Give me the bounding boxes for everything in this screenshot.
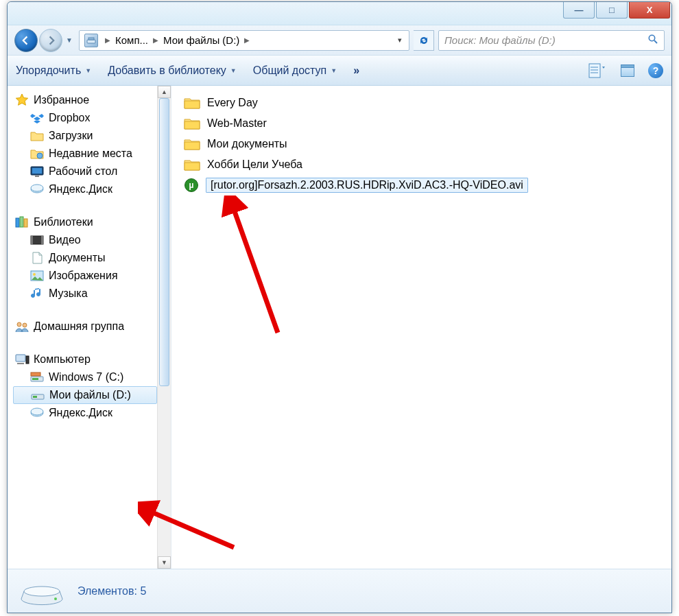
search-icon[interactable] (647, 34, 658, 47)
share-label: Общий доступ (253, 64, 327, 77)
crumb-root-icon[interactable] (81, 31, 104, 50)
list-item[interactable]: Хобби Цели Учеба (184, 154, 659, 175)
crumb-sep[interactable]: ▶ (243, 36, 251, 44)
crumb-sep[interactable]: ▶ (152, 36, 160, 44)
breadcrumb-bar[interactable]: ▶ Комп... ▶ Мои файлы (D:) ▶ ▾ (79, 30, 409, 51)
titlebar: — □ X (8, 2, 671, 25)
svg-rect-16 (24, 219, 27, 227)
sidebar-item-label: Загрузки (49, 130, 93, 142)
computer-header[interactable]: Компьютер (13, 351, 157, 368)
minimize-button[interactable]: — (563, 2, 595, 19)
sidebar-item-label: Мои файлы (D:) (49, 389, 131, 401)
preview-pane-button[interactable] (618, 62, 637, 79)
video-icon (29, 233, 45, 247)
file-name: [rutor.org]Forsazh.2.2003.RUS.HDRip.XviD… (206, 178, 528, 193)
utorrent-icon: µ (184, 178, 199, 192)
folder-icon (184, 97, 200, 109)
list-item[interactable]: Every Day (184, 93, 659, 113)
share-menu[interactable]: Общий доступ ▼ (253, 64, 337, 77)
chevron-down-icon: ▼ (85, 67, 91, 74)
svg-rect-31 (33, 396, 37, 398)
sidebar-item-desktop[interactable]: Рабочий стол (13, 163, 157, 180)
star-icon (14, 93, 29, 107)
svg-rect-24 (16, 355, 25, 362)
refresh-icon (418, 35, 429, 46)
sidebar-item-dropbox[interactable]: Dropbox (13, 109, 157, 127)
sidebar-item-drive-c[interactable]: Windows 7 (C:) (13, 368, 157, 386)
sidebar-item-yandex-disk[interactable]: Яндекс.Диск (13, 180, 157, 198)
desktop-icon (29, 165, 45, 178)
file-name: Мои документы (207, 138, 287, 150)
breadcrumb-history-dropdown[interactable]: ▾ (392, 36, 407, 45)
drive-c-icon (29, 370, 45, 384)
sidebar-item-label: Музыка (49, 287, 88, 300)
folder-icon (29, 129, 45, 143)
command-bar: Упорядочить ▼ Добавить в библиотеку ▼ Об… (8, 56, 671, 86)
sidebar-item-recent[interactable]: Недавние места (13, 145, 157, 163)
svg-rect-1 (88, 38, 94, 40)
drive-d-icon (30, 388, 45, 402)
homegroup-icon (14, 320, 29, 333)
scroll-down-button[interactable]: ▼ (158, 556, 171, 569)
toolbar-overflow[interactable]: » (353, 64, 361, 77)
svg-rect-14 (16, 218, 19, 227)
folder-icon (184, 138, 200, 150)
sidebar-item-label: Недавние места (49, 147, 132, 160)
sidebar-scrollbar[interactable]: ▲ ▼ (157, 86, 171, 569)
sidebar-item-yandex-disk-2[interactable]: Яндекс.Диск (13, 404, 157, 422)
recent-icon (29, 147, 45, 161)
search-input[interactable]: Поиск: Мои файлы (D:) (438, 30, 665, 51)
list-item[interactable]: Web-Master (184, 113, 659, 134)
maximize-button[interactable]: □ (596, 2, 628, 19)
libraries-header[interactable]: Библиотеки (13, 213, 157, 231)
refresh-button[interactable] (414, 30, 434, 51)
sidebar-item-pictures[interactable]: Изображения (13, 267, 157, 285)
sidebar-item-downloads[interactable]: Загрузки (13, 127, 157, 145)
sidebar-item-drive-d[interactable]: Мои файлы (D:) (13, 386, 157, 404)
annotation-arrow (219, 196, 288, 340)
svg-point-2 (649, 35, 654, 40)
file-list[interactable]: Every Day Web-Master Мои документы Хобби… (171, 86, 671, 569)
group-favorites: Избранное Dropbox Загрузки Недавние мест… (13, 91, 157, 198)
sidebar-item-music[interactable]: Музыка (13, 285, 157, 303)
crumb-drive-d[interactable]: Мои файлы (D:) (160, 31, 243, 50)
svg-rect-19 (41, 236, 43, 244)
svg-rect-4 (589, 64, 600, 78)
svg-rect-29 (31, 372, 40, 376)
svg-point-21 (33, 273, 36, 276)
crumb-computer[interactable]: Комп... (112, 31, 152, 50)
svg-rect-11 (35, 176, 39, 177)
list-item[interactable]: Мои документы (184, 134, 659, 154)
favorites-header[interactable]: Избранное (13, 91, 157, 109)
sidebar-item-label: Windows 7 (C:) (49, 371, 123, 383)
navigation-pane: Избранное Dropbox Загрузки Недавние мест… (8, 86, 171, 569)
help-button[interactable]: ? (648, 63, 663, 78)
scroll-up-button[interactable]: ▲ (158, 86, 171, 98)
status-item-count: Элементов: 5 (78, 585, 146, 597)
file-name: Web-Master (207, 117, 267, 130)
sidebar-item-label: Яндекс.Диск (49, 407, 112, 419)
list-item[interactable]: µ [rutor.org]Forsazh.2.2003.RUS.HDRip.Xv… (184, 175, 659, 196)
close-glyph: X (647, 5, 653, 15)
nav-tree: Избранное Dropbox Загрузки Недавние мест… (8, 86, 157, 569)
view-options-button[interactable] (588, 62, 607, 79)
group-libraries: Библиотеки Видео Документы Изображения (13, 213, 157, 303)
sidebar-item-videos[interactable]: Видео (13, 231, 157, 249)
chevron-down-icon: ▼ (230, 67, 237, 74)
computer-icon (14, 353, 29, 366)
organize-menu[interactable]: Упорядочить ▼ (16, 64, 91, 77)
add-to-library-menu[interactable]: Добавить в библиотеку ▼ (108, 64, 237, 77)
arrow-right-icon (46, 36, 56, 45)
forward-button[interactable] (39, 29, 62, 52)
svg-rect-25 (17, 363, 24, 364)
sidebar-item-label: Рабочий стол (49, 165, 117, 178)
svg-point-33 (31, 408, 43, 415)
nav-history-dropdown[interactable]: ▼ (64, 32, 75, 49)
sidebar-item-documents[interactable]: Документы (13, 249, 157, 267)
close-button[interactable]: X (629, 2, 670, 19)
scroll-thumb[interactable] (159, 98, 169, 386)
homegroup-header[interactable]: Домашняя группа (13, 318, 157, 335)
maximize-glyph: □ (609, 5, 615, 15)
search-placeholder: Поиск: Мои файлы (D:) (444, 34, 556, 46)
back-button[interactable] (14, 29, 38, 52)
